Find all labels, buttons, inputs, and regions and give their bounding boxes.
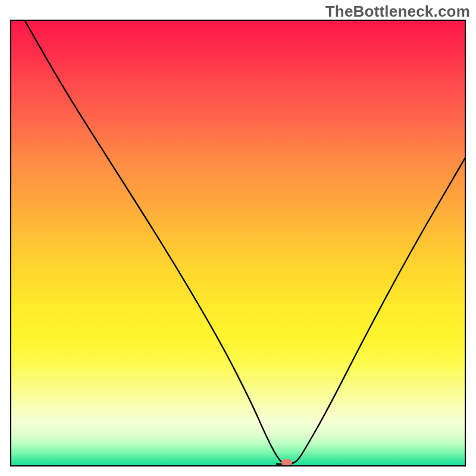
watermark-text: TheBottleneck.com [325, 2, 470, 21]
plot-area [10, 20, 466, 466]
curve-path [25, 21, 465, 464]
chart-frame: TheBottleneck.com [0, 0, 476, 476]
bottleneck-curve [11, 21, 465, 465]
min-marker [281, 459, 292, 466]
